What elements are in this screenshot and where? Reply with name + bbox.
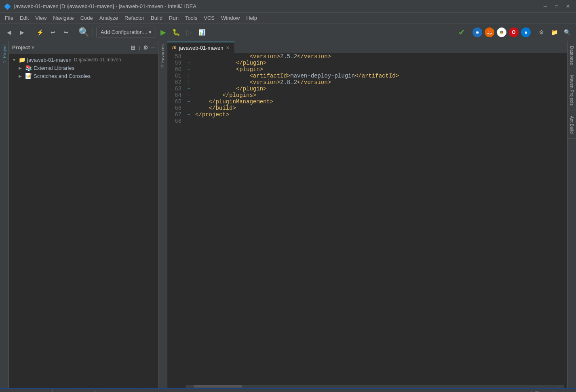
favorites-side-tabs: 2: Favorites (158, 41, 167, 388)
menu-window[interactable]: Window (218, 14, 243, 22)
line-code: <version>2.8.2</version> (192, 79, 567, 86)
maximize-button[interactable]: □ (553, 2, 561, 10)
run-button[interactable]: ▶ (158, 27, 169, 38)
fold-icon-62[interactable]: │ (188, 80, 190, 85)
event-log[interactable]: 1 Event Log (525, 391, 564, 392)
toolbar-project-structure[interactable]: 📁 (549, 27, 560, 38)
code-line-61: 61 │ <artifactId>maven-deploy-plugin</ar… (167, 73, 567, 79)
toolbar-back-button[interactable]: ◀ (3, 27, 15, 38)
bottom-tab-messages[interactable]: ⬛ 0: Messages (90, 389, 131, 392)
editor-tab-maven[interactable]: m javaweb-01-maven ✕ (167, 42, 235, 53)
code-table: 58 <version>2.5.2</version> 59 ─ </plugi… (167, 53, 567, 124)
editor-tabs: m javaweb-01-maven ✕ (167, 41, 567, 53)
menu-tools[interactable]: Tools (182, 14, 200, 22)
bottom-gear-icon[interactable]: ⚙ (567, 390, 573, 392)
bottom-tab-todo[interactable]: ≡ 6: TODO (180, 389, 212, 392)
toolbar-search[interactable]: 🔍 (561, 27, 573, 38)
bottom-tab-web[interactable]: Web (31, 389, 49, 392)
fold-icon-64[interactable]: ─ (188, 93, 190, 98)
menu-help[interactable]: Help (243, 14, 260, 22)
tree-ext-label: External Libraries (34, 65, 74, 71)
window-title: javaweb-01-maven [D:\javaweb-01-maven] -… (14, 3, 541, 9)
project-sync-icon[interactable]: ↕ (138, 44, 141, 51)
tree-scratch-label: Scratches and Consoles (34, 73, 91, 79)
scrollbar-thumb[interactable] (194, 385, 242, 388)
toolbar-run-recent[interactable]: ⚡ (34, 27, 46, 38)
menu-vcs[interactable]: VCS (200, 14, 218, 22)
gutter-58 (186, 53, 192, 60)
tree-item-scratches[interactable]: ▶ 📝 Scratches and Consoles (9, 72, 158, 80)
menu-view[interactable]: View (32, 14, 50, 22)
gutter-64: ─ (186, 92, 192, 99)
menu-bar: File Edit View Navigate Code Analyze Ref… (0, 13, 576, 23)
edge-browser-icon[interactable]: e (521, 27, 531, 37)
add-config-label: Add Configuration... (101, 29, 147, 35)
tab-close-button[interactable]: ✕ (226, 45, 230, 50)
fold-icon-59[interactable]: ─ (188, 61, 190, 65)
firefox-browser-icon[interactable]: 🦊 (485, 27, 494, 37)
fold-icon-61[interactable]: │ (188, 74, 190, 78)
right-panel-database[interactable]: Database (568, 41, 576, 70)
window-controls: ─ □ ✕ (541, 2, 572, 10)
menu-run[interactable]: Run (166, 14, 182, 22)
folder-icon: 📁 (19, 57, 25, 63)
add-configuration-button[interactable]: Add Configuration... ▾ (96, 27, 156, 38)
bottom-tab-java-enterprise[interactable]: ☕ Java Enterprise (131, 389, 181, 392)
right-panel-maven[interactable]: Maven Projects (568, 70, 576, 111)
toolbar-redo[interactable]: ↪ (60, 27, 72, 38)
toolbar-divider-3 (93, 27, 93, 37)
menu-analyze[interactable]: Analyze (96, 14, 121, 22)
menu-file[interactable]: File (2, 14, 17, 22)
menu-code[interactable]: Code (77, 14, 96, 22)
fold-icon-60[interactable]: ─ (188, 67, 190, 72)
sidebar-item-favorites[interactable]: 2: Favorites (159, 41, 166, 71)
app-icon: 🔷 (4, 3, 11, 10)
toolbar-settings[interactable]: ⚙ (536, 27, 547, 38)
bottom-tab-terminal[interactable]: ⬛ Terminal (56, 389, 89, 392)
project-minimize-icon[interactable]: ─ (151, 44, 155, 51)
project-settings-icon[interactable]: ⚙ (143, 44, 148, 51)
line-number: 62 (167, 79, 186, 86)
bottom-tab-structure[interactable]: Structure (3, 389, 31, 392)
minimize-button[interactable]: ─ (541, 2, 549, 10)
debug-button[interactable]: 🐛 (171, 27, 182, 38)
menu-edit[interactable]: Edit (17, 14, 32, 22)
search-everywhere-icon[interactable]: 🔍 (78, 27, 89, 38)
menu-navigate[interactable]: Navigate (50, 14, 77, 22)
bottom-section: Structure Web ⬛ Terminal ⬛ 0: Messages ☕… (0, 388, 576, 392)
line-code: </project> (192, 111, 567, 118)
sidebar-item-project[interactable]: 1: Project (1, 41, 8, 66)
gutter-63: ─ (186, 86, 192, 92)
ie-browser-icon[interactable]: e (473, 27, 482, 37)
library-icon: 📚 (25, 65, 32, 71)
project-side-tabs: 1: Project (0, 41, 9, 388)
event-log-label: 1 Event Log (530, 391, 564, 392)
code-line-63: 63 ─ </plugin> (167, 86, 567, 92)
menu-build[interactable]: Build (148, 14, 166, 22)
right-panel-ant[interactable]: Ant Build (568, 111, 576, 139)
fold-icon-66[interactable]: ─ (188, 106, 190, 111)
toolbar-undo[interactable]: ↩ (47, 27, 59, 38)
run-with-coverage-button[interactable]: ▷ (184, 27, 195, 38)
opera-browser-icon[interactable]: O (509, 27, 519, 37)
right-side-panels: Database Maven Projects Ant Build (567, 41, 576, 388)
toolbar-right: ✔ e 🦊 O e ⚙ 📁 🔍 (458, 27, 573, 38)
line-code: <plugin> (192, 66, 567, 73)
chrome-browser-icon[interactable] (497, 27, 506, 37)
tree-root-path: D:\javaweb-01-maven (74, 57, 121, 63)
fold-icon-65[interactable]: ─ (188, 100, 190, 104)
menu-refactor[interactable]: Refactor (121, 14, 148, 22)
code-line-66: 66 ─ </build> (167, 105, 567, 111)
project-dropdown-arrow[interactable]: ▾ (32, 45, 34, 50)
code-editor[interactable]: 58 <version>2.5.2</version> 59 ─ </plugi… (167, 53, 567, 388)
profile-button[interactable]: 📊 (196, 27, 208, 38)
line-number: 64 (167, 92, 186, 99)
close-button[interactable]: ✕ (564, 2, 572, 10)
project-collapse-icon[interactable]: ⊞ (131, 44, 135, 51)
fold-icon-63[interactable]: ─ (188, 87, 190, 91)
toolbar-forward-button[interactable]: ▶ (16, 27, 27, 38)
tree-item-external-libs[interactable]: ▶ 📚 External Libraries (9, 64, 158, 72)
fold-icon-67[interactable]: ─ (188, 113, 190, 117)
horizontal-scrollbar[interactable] (186, 385, 564, 388)
tree-root-item[interactable]: ▼ 📁 javaweb-01-maven D:\javaweb-01-maven (9, 56, 158, 64)
